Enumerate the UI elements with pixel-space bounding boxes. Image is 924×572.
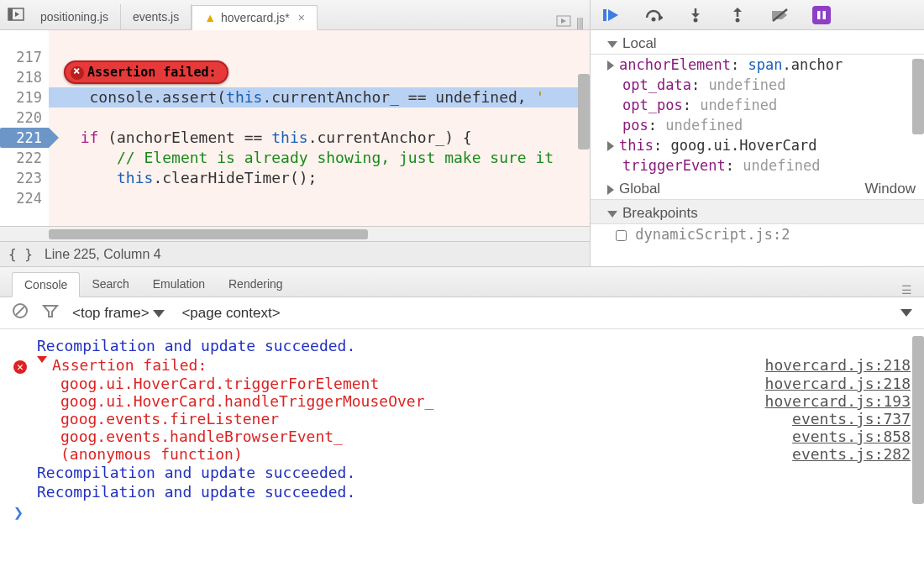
- file-tab-bar: positioning.js events.js ▲ hovercard.js*…: [0, 0, 590, 30]
- global-type: Window: [865, 181, 916, 197]
- console-toolbar: <top frame> <page context>: [0, 297, 924, 329]
- step-over-icon[interactable]: [644, 6, 663, 24]
- source-link[interactable]: events.js:282: [792, 445, 911, 463]
- code-editor[interactable]: 217 218 219 220 221 222 223 224 Assertio…: [0, 30, 590, 226]
- tab-search[interactable]: Search: [80, 271, 140, 296]
- svg-marker-2: [15, 12, 19, 17]
- svg-marker-14: [733, 8, 742, 12]
- context-selector[interactable]: <page context>: [181, 305, 280, 322]
- console-prompt-icon: ❯: [13, 502, 37, 522]
- close-icon[interactable]: ×: [298, 11, 305, 24]
- deactivate-breakpoints-icon[interactable]: [770, 6, 789, 24]
- svg-rect-17: [817, 11, 821, 19]
- assertion-error-bubble[interactable]: Assertion failed:: [64, 60, 228, 84]
- svg-rect-18: [823, 11, 827, 19]
- current-line: console.assert(this.currentAnchor_ == un…: [49, 87, 590, 108]
- expand-icon[interactable]: [607, 60, 614, 71]
- scope-vscroll-thumb[interactable]: [912, 59, 924, 134]
- pretty-print-icon[interactable]: { }: [8, 246, 33, 262]
- editor-hscroll[interactable]: [0, 226, 590, 241]
- source-link[interactable]: hovercard.js:193: [765, 392, 911, 410]
- expand-icon[interactable]: [607, 141, 614, 151]
- svg-marker-6: [608, 9, 618, 21]
- tab-emulation[interactable]: Emulation: [141, 271, 217, 296]
- svg-point-9: [694, 18, 698, 22]
- run-snippet-icon[interactable]: [556, 15, 571, 29]
- expand-icon: [607, 41, 617, 48]
- svg-marker-11: [691, 13, 700, 18]
- tab-rendering[interactable]: Rendering: [217, 271, 295, 296]
- console-message: Recompilation and update succeeded.: [37, 337, 355, 354]
- console-output[interactable]: Recompilation and update succeeded. ✕Ass…: [0, 329, 924, 572]
- cursor-position: Line 225, Column 4: [45, 247, 161, 262]
- chevron-down-icon: [153, 310, 165, 317]
- resume-icon[interactable]: [602, 6, 621, 24]
- expand-icon: [607, 211, 617, 218]
- warning-icon: ▲: [204, 11, 216, 24]
- drawer-menu-icon[interactable]: ☰: [901, 283, 924, 296]
- svg-rect-1: [8, 8, 13, 20]
- tab-console[interactable]: Console: [12, 272, 80, 297]
- source-link[interactable]: events.js:858: [792, 428, 911, 445]
- svg-rect-5: [603, 9, 606, 21]
- filter-icon[interactable]: [42, 303, 59, 323]
- svg-line-20: [16, 307, 24, 315]
- editor-status-bar: { } Line 225, Column 4: [0, 241, 590, 266]
- tab-positioning[interactable]: positioning.js: [29, 4, 121, 29]
- svg-point-12: [736, 18, 740, 22]
- stack-frame: goog.ui.HoverCard.handleTriggerMouseOver…: [13, 392, 433, 410]
- console-vscroll-thumb[interactable]: [912, 336, 924, 504]
- breakpoint-marker[interactable]: 221: [0, 128, 49, 148]
- error-icon: ✕: [13, 360, 27, 374]
- frame-selector[interactable]: <top frame>: [72, 305, 165, 322]
- editor-vscroll-thumb[interactable]: [578, 74, 590, 150]
- breakpoints-section[interactable]: Breakpoints: [591, 200, 924, 224]
- drawer-tab-bar: Console Search Emulation Rendering ☰: [0, 267, 924, 297]
- source-link[interactable]: hovercard.js:218: [765, 375, 911, 392]
- chevron-down-icon[interactable]: [900, 309, 912, 317]
- expand-icon: [607, 185, 614, 195]
- breakpoint-checkbox[interactable]: [616, 230, 627, 241]
- step-out-icon[interactable]: [728, 6, 747, 24]
- console-message: Recompilation and update succeeded.: [37, 483, 355, 501]
- show-navigator-icon[interactable]: [3, 0, 29, 29]
- console-error: Assertion failed:: [52, 356, 207, 374]
- svg-point-7: [652, 17, 656, 21]
- source-link[interactable]: hovercard.js:218: [765, 356, 911, 374]
- scope-local[interactable]: Local: [591, 30, 924, 55]
- more-editor-icon[interactable]: |||: [576, 16, 583, 29]
- clear-console-icon[interactable]: [12, 302, 29, 323]
- console-message: Recompilation and update succeeded.: [37, 464, 355, 481]
- stack-frame: (anonymous function): [13, 445, 243, 463]
- svg-marker-4: [561, 18, 566, 24]
- pause-exceptions-icon[interactable]: [812, 6, 831, 24]
- scope-global[interactable]: Global Window: [591, 176, 924, 200]
- tab-events[interactable]: events.js: [121, 4, 192, 29]
- step-into-icon[interactable]: [686, 6, 705, 24]
- editor-hscroll-thumb[interactable]: [49, 229, 368, 239]
- breakpoint-item[interactable]: dynamicScript.js:2: [591, 224, 924, 244]
- stack-frame: goog.events.fireListener: [13, 410, 279, 428]
- tab-hovercard[interactable]: ▲ hovercard.js* ×: [192, 5, 318, 30]
- expand-icon[interactable]: [37, 356, 47, 363]
- debugger-toolbar: [591, 0, 924, 30]
- source-link[interactable]: events.js:737: [792, 410, 911, 428]
- line-gutter: 217 218 219 220 221 222 223 224: [0, 30, 49, 226]
- stack-frame: goog.ui.HoverCard.triggerForElement: [13, 375, 379, 392]
- svg-marker-21: [44, 306, 57, 317]
- stack-frame: goog.events.handleBrowserEvent_: [13, 428, 343, 445]
